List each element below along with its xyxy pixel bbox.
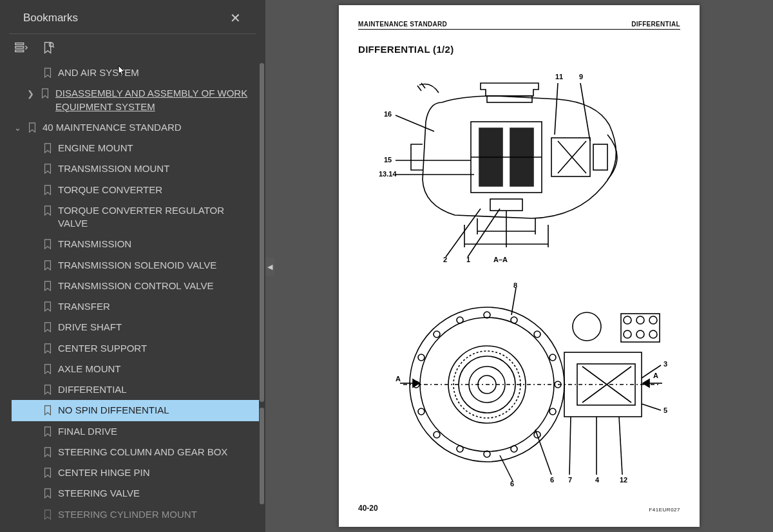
bookmark-icon: [43, 280, 53, 292]
svg-rect-8: [510, 128, 533, 186]
bookmark-label: TORQUE CONVERTER REGULATOR VALVE: [58, 204, 256, 231]
bookmark-item-no-spin-differential[interactable]: NO SPIN DIFFENENTIAL: [12, 400, 259, 421]
bookmark-item-partial-air-system[interactable]: AND AIR SYSTEM: [12, 62, 259, 83]
bookmark-label: CENTER HINGE PIN: [58, 466, 256, 479]
bookmark-label: DIFFERENTIAL: [58, 383, 256, 396]
bookmarks-toolbar: [0, 34, 265, 60]
svg-point-44: [573, 312, 601, 341]
list-options-icon[interactable]: [14, 41, 28, 55]
bookmark-label: 40 MAINTENANCE STANDARD: [43, 121, 256, 134]
bookmark-icon: [43, 363, 53, 375]
callout-6: 6: [550, 476, 554, 484]
callout-5: 5: [663, 406, 667, 414]
bookmark-item-torque-converter[interactable]: TORQUE CONVERTER: [12, 180, 259, 200]
collapse-sidebar-handle[interactable]: ◀: [265, 258, 274, 276]
bookmark-item-disassembly[interactable]: ❯ DISASSEMBLY AND ASSEMBLY OF WORK EQUIP…: [12, 83, 259, 117]
callout-16: 16: [384, 110, 392, 118]
callout-3: 3: [663, 360, 667, 368]
bookmark-label: TRANSMISSION CONTROL VALVE: [58, 280, 256, 292]
svg-point-37: [457, 317, 463, 323]
scrollbar-thumb[interactable]: [260, 408, 264, 504]
bookmark-label: TRANSMISSION SOLENOID VALVE: [58, 259, 256, 272]
bookmark-label: NO SPIN DIFFENENTIAL: [58, 404, 256, 417]
scrollbar-thumb[interactable]: [260, 63, 264, 402]
bookmark-icon: [43, 509, 53, 520]
document-viewport[interactable]: MAINTENANCE STANDARD DIFFERENTIAL DIFFER…: [265, 0, 773, 532]
svg-line-58: [642, 404, 661, 410]
bookmark-icon: [43, 426, 53, 437]
header-left: MAINTENANCE STANDARD: [358, 21, 447, 28]
svg-line-13: [396, 115, 434, 131]
callout-9: 9: [579, 73, 583, 81]
bookmark-item-transmission-solenoid-valve[interactable]: TRANSMISSION SOLENOID VALVE: [12, 255, 259, 276]
svg-point-50: [636, 330, 644, 338]
svg-point-27: [549, 408, 556, 415]
close-icon[interactable]: ✕: [226, 9, 245, 27]
callout-A-right: A: [653, 372, 658, 379]
bookmark-icon: [27, 122, 37, 133]
page-footer: 40-20 F41EUR027: [358, 504, 680, 513]
bookmark-tree[interactable]: AND AIR SYSTEM ❯ DISASSEMBLY AND ASSEMBL…: [0, 60, 265, 532]
callout-6b: 6: [510, 480, 514, 488]
svg-point-36: [434, 331, 440, 337]
bookmark-item-axle-mount[interactable]: AXLE MOUNT: [12, 359, 259, 379]
chevron-down-icon[interactable]: ⌄: [13, 122, 22, 134]
header-right: DIFFERENTIAL: [631, 21, 680, 28]
svg-line-61: [569, 417, 571, 475]
svg-point-48: [649, 316, 657, 324]
bookmark-icon: [43, 184, 53, 196]
svg-point-47: [636, 316, 644, 324]
chevron-right-icon[interactable]: ❯: [26, 88, 35, 100]
figure-code: F41EUR027: [649, 507, 680, 513]
callout-15: 15: [384, 156, 392, 164]
svg-point-35: [418, 354, 425, 361]
bookmark-item-transmission-control-valve[interactable]: TRANSMISSION CONTROL VALVE: [12, 276, 259, 296]
svg-rect-0: [15, 43, 24, 45]
svg-point-29: [511, 446, 517, 452]
bookmark-item-transfer[interactable]: TRANSFER: [12, 296, 259, 317]
callout-A-left: A: [396, 375, 401, 383]
callout-7: 7: [568, 476, 572, 484]
page-title: DIFFERENTIAL (1/2): [358, 44, 680, 55]
bookmark-section-40[interactable]: ⌄ 40 MAINTENANCE STANDARD: [12, 117, 259, 138]
callout-11: 11: [555, 73, 563, 81]
sidebar-title: Bookmarks: [23, 12, 78, 24]
bookmark-label: STEERING COLUMN AND GEAR BOX: [58, 446, 256, 459]
bookmark-icon: [43, 404, 53, 416]
bookmark-icon: [43, 343, 53, 354]
bookmark-item-transmission-mount[interactable]: TRANSMISSION MOUNT: [12, 158, 259, 179]
diagram-bottom: 8 3 5 12 4 7 6 6 A A: [358, 281, 680, 488]
bookmark-label: TORQUE CONVERTER: [58, 184, 256, 196]
bookmark-item-torque-converter-regulator-valve[interactable]: TORQUE CONVERTER REGULATOR VALVE: [12, 200, 259, 234]
svg-line-19: [580, 83, 590, 141]
callout-12: 12: [620, 476, 627, 484]
section-label: A–A: [493, 256, 508, 263]
svg-line-62: [535, 430, 551, 475]
bookmarks-sidebar: Bookmarks ✕ AND AIR SYSTEM: [0, 0, 265, 532]
svg-line-59: [619, 417, 622, 475]
bookmark-item-drive-shaft[interactable]: DRIVE SHAFT: [12, 317, 259, 337]
bookmark-item-differential[interactable]: DIFFERENTIAL: [12, 379, 259, 400]
bookmark-label: CENTER SUPPORT: [58, 342, 256, 355]
bookmark-icon: [43, 205, 53, 216]
bookmark-item-final-drive[interactable]: FINAL DRIVE: [12, 421, 259, 442]
chevron-left-icon: ◀: [267, 263, 272, 271]
bookmark-item-steering-column-gear-box[interactable]: STEERING COLUMN AND GEAR BOX: [12, 442, 259, 462]
svg-rect-7: [479, 128, 502, 186]
callout-8: 8: [513, 281, 517, 289]
bookmark-icon: [43, 260, 53, 271]
bookmark-item-center-support[interactable]: CENTER SUPPORT: [12, 338, 259, 359]
find-bookmark-icon[interactable]: [41, 41, 55, 55]
bookmark-item-engine-mount[interactable]: ENGINE MOUNT: [12, 138, 259, 158]
bookmark-item-steering-cylinder-mount[interactable]: STEERING CYLINDER MOUNT: [12, 504, 259, 525]
svg-rect-1: [15, 46, 24, 48]
bookmark-item-transmission[interactable]: TRANSMISSION: [12, 234, 259, 254]
pdf-page: MAINTENANCE STANDARD DIFFERENTIAL DIFFER…: [339, 5, 700, 527]
bookmark-icon: [43, 163, 53, 175]
bookmark-label: STEERING VALVE: [58, 487, 256, 500]
svg-point-25: [549, 354, 556, 361]
bookmark-icon: [40, 88, 50, 99]
bookmark-item-center-hinge-pin[interactable]: CENTER HINGE PIN: [12, 462, 259, 483]
bookmark-item-steering-valve[interactable]: STEERING VALVE: [12, 483, 259, 504]
svg-point-46: [624, 316, 631, 324]
